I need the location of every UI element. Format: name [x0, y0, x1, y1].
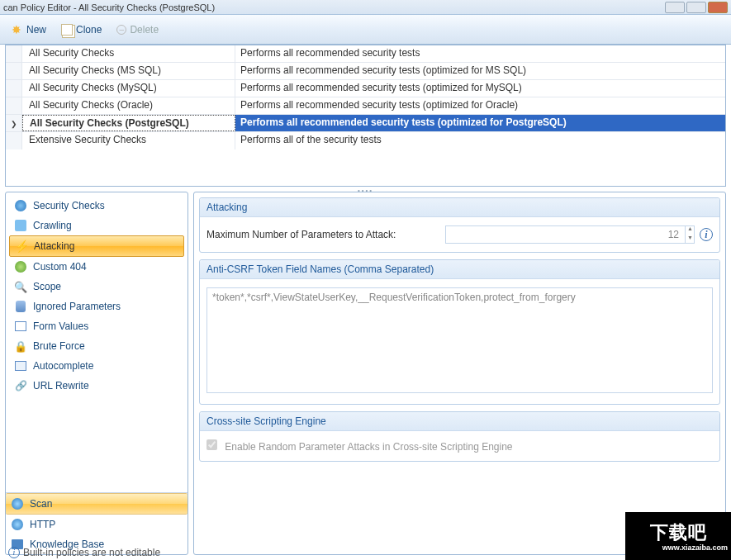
clone-button[interactable]: Clone [56, 21, 107, 38]
policy-row[interactable]: All Security Checks (PostgreSQL)Performs… [6, 115, 725, 132]
form-icon [14, 320, 27, 333]
clone-label: Clone [76, 24, 102, 36]
bolt-icon: ⚡ [15, 240, 28, 253]
watermark-url: www.xiazaiba.com [625, 543, 731, 552]
scan-icon [11, 497, 24, 510]
lock-icon: 🔒 [14, 339, 27, 353]
policy-desc: Performs all recommended security tests … [235, 97, 725, 114]
anticsrf-group: Anti-CSRF Token Field Names (Comma Separ… [199, 259, 720, 405]
footer-note: i Built-in policies are not editable [8, 547, 160, 558]
http-icon [11, 518, 24, 531]
sidebar-item-label: Attacking [34, 240, 74, 252]
policy-row[interactable]: All Security ChecksPerforms all recommen… [6, 45, 725, 63]
policy-name: All Security Checks (PostgreSQL) [22, 115, 235, 131]
content-panel: Attacking Maximum Number of Parameters t… [193, 192, 726, 555]
window-title: can Policy Editor - All Security Checks … [3, 2, 215, 12]
sidebar-item-autocomplete[interactable]: Autocomplete [9, 356, 184, 376]
max-params-input[interactable] [445, 225, 695, 244]
delete-button: – Delete [112, 21, 164, 38]
sidebar-bottom-label: Scan [30, 498, 52, 510]
policy-name: All Security Checks (Oracle) [22, 97, 235, 114]
sidebar-item-label: Custom 404 [33, 261, 87, 273]
watermark: 下载吧 www.xiazaiba.com [625, 512, 731, 560]
minimize-button[interactable] [665, 2, 685, 13]
window-controls [665, 2, 728, 13]
row-handle [6, 115, 22, 131]
xss-group: Cross-site Scripting Engine Enable Rando… [199, 411, 720, 462]
sidebar-item-attacking[interactable]: ⚡Attacking [9, 235, 184, 257]
policy-row[interactable]: Extensive Security ChecksPerforms all of… [6, 132, 725, 149]
sidebar-item-ignored-parameters[interactable]: Ignored Parameters [9, 297, 184, 316]
xss-enable-checkbox [206, 439, 217, 450]
sidebar-item-label: Autocomplete [33, 360, 93, 372]
close-button[interactable] [708, 2, 728, 13]
sidebar-item-scope[interactable]: 🔍Scope [9, 277, 184, 297]
sidebar-item-label: Security Checks [33, 200, 105, 211]
row-handle [6, 45, 22, 62]
row-handle [6, 132, 22, 149]
anticsrf-textarea[interactable] [206, 287, 713, 393]
xss-header: Cross-site Scripting Engine [200, 412, 719, 431]
max-params-label: Maximum Number of Parameters to Attack: [206, 229, 396, 240]
policy-name: All Security Checks (MySQL) [22, 80, 235, 97]
policy-desc: Performs all recommended security tests … [235, 80, 725, 97]
minus-circle-icon: – [116, 25, 126, 35]
policy-name: Extensive Security Checks [22, 132, 235, 149]
sidebar-item-crawling[interactable]: Crawling [9, 216, 184, 235]
row-handle [6, 80, 22, 97]
anticsrf-header: Anti-CSRF Token Field Names (Comma Separ… [200, 260, 719, 279]
sidebar-item-url-rewrite[interactable]: 🔗URL Rewrite [9, 376, 184, 396]
auto-icon [14, 359, 27, 373]
policy-desc: Performs all of the security tests [235, 132, 725, 149]
sidebar-bottom-label: HTTP [30, 519, 55, 530]
sidebar-item-label: Brute Force [33, 340, 85, 352]
new-label: New [26, 24, 46, 36]
attacking-header: Attacking [200, 198, 719, 217]
policy-name: All Security Checks [22, 45, 235, 62]
scope-icon: 🔍 [14, 280, 27, 293]
maximize-button[interactable] [686, 2, 706, 13]
link-icon: 🔗 [14, 379, 27, 392]
delete-label: Delete [130, 24, 159, 36]
policy-name: All Security Checks (MS SQL) [22, 63, 235, 79]
new-button[interactable]: ✸ New [7, 21, 51, 38]
toolbar: ✸ New Clone – Delete [0, 15, 731, 45]
sidebar: Security ChecksCrawling⚡AttackingCustom … [5, 192, 188, 555]
db-icon [14, 300, 27, 313]
sidebar-bottom-scan[interactable]: Scan [6, 493, 187, 515]
sidebar-item-brute-force[interactable]: 🔒Brute Force [9, 336, 184, 356]
row-handle [6, 97, 22, 114]
policy-grid[interactable]: All Security ChecksPerforms all recommen… [5, 45, 726, 187]
sidebar-item-label: Crawling [33, 220, 72, 231]
spinner[interactable]: ▲▼ [685, 225, 695, 244]
grid-blank [6, 149, 725, 186]
info-icon[interactable]: i [700, 228, 713, 241]
404-icon [14, 260, 27, 273]
xss-checkbox-label: Enable Random Parameter Attacks in Cross… [225, 441, 512, 453]
row-handle [6, 63, 22, 79]
network-icon [14, 219, 27, 232]
sidebar-item-label: Scope [33, 281, 61, 292]
policy-desc: Performs all recommended security tests [235, 45, 725, 62]
policy-desc: Performs all recommended security tests … [235, 63, 725, 79]
attacking-group: Attacking Maximum Number of Parameters t… [199, 197, 720, 253]
xss-checkbox-row: Enable Random Parameter Attacks in Cross… [206, 439, 513, 453]
globe-icon [14, 199, 27, 212]
footer-text: Built-in policies are not editable [23, 547, 160, 558]
sidebar-item-label: Form Values [33, 320, 88, 332]
window-titlebar: can Policy Editor - All Security Checks … [0, 0, 731, 15]
sidebar-item-form-values[interactable]: Form Values [9, 316, 184, 336]
sidebar-item-label: URL Rewrite [33, 380, 89, 392]
sidebar-bottom-http[interactable]: HTTP [6, 515, 187, 534]
pages-icon [61, 24, 73, 36]
policy-row[interactable]: All Security Checks (MS SQL)Performs all… [6, 63, 725, 80]
policy-row[interactable]: All Security Checks (Oracle)Performs all… [6, 97, 725, 115]
info-icon: i [8, 547, 20, 558]
watermark-cn: 下载吧 [650, 520, 707, 545]
sidebar-item-label: Ignored Parameters [33, 301, 121, 312]
policy-row[interactable]: All Security Checks (MySQL)Performs all … [6, 80, 725, 97]
star-icon: ✸ [12, 24, 23, 36]
sidebar-item-security-checks[interactable]: Security Checks [9, 196, 184, 216]
sidebar-item-custom-404[interactable]: Custom 404 [9, 257, 184, 277]
policy-desc: Performs all recommended security tests … [235, 115, 725, 131]
